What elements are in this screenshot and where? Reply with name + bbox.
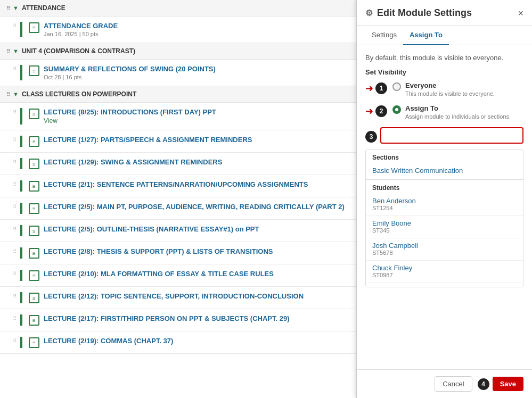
step-badge-3: 3	[365, 131, 377, 143]
item-meta-825: View	[44, 117, 349, 125]
item-title-212: LECTURE (2/12): TOPIC SENTENCE, SUPPORT,…	[44, 292, 349, 300]
item-title-129: LECTURE (1/29): SWING & ASSIGNMENT REMIN…	[44, 158, 349, 166]
item-title-swing: SUMMARY & REFLECTIONS OF SWING (20 POINT…	[44, 65, 349, 73]
section-attendance[interactable]: ⠿ ▼ ATTENDANCE	[0, 0, 356, 16]
item-title-25a: LECTURE (2/5): MAIN PT, PURPOSE, AUDIENC…	[44, 203, 349, 211]
item-meta-swing: Oct 28 | 16 pts	[44, 74, 349, 80]
item-title-217: LECTURE (2/17): FIRST/THIRD PERSON ON PP…	[44, 314, 349, 322]
radio-assign-to[interactable]	[392, 105, 401, 114]
item-lecture-25a[interactable]: ⠿ LECTURE (2/5): MAIN PT, PURPOSE, AUDIE…	[0, 197, 356, 220]
dropdown-item-basic-written[interactable]: Basic Written Communication	[366, 163, 523, 179]
section-lectures-label: CLASS LECTURES ON POWERPOINT	[22, 90, 136, 98]
item-summary-swing[interactable]: ⠿ SUMMARY & REFLECTIONS OF SWING (20 POI…	[0, 60, 356, 86]
section-unit4-label: UNIT 4 (COMPARISON & CONTRAST)	[22, 47, 135, 55]
dropdown-item-fiona-glennann[interactable]: Fiona Glennann ST4789	[366, 283, 523, 287]
modal-tabs: Settings Assign To	[357, 26, 532, 45]
modal-body: By default, this module is visible to ev…	[357, 45, 532, 369]
radio-everyone[interactable]	[392, 82, 401, 91]
dropdown-item-ben-anderson[interactable]: Ben Anderson ST1254	[366, 194, 523, 216]
item-icon-attendance	[29, 22, 39, 33]
student-id-josh: ST5678	[372, 250, 517, 256]
search-input[interactable]	[380, 127, 523, 144]
item-title-25b: LECTURE (2/5): OUTLINE-THESIS (NARRATIVE…	[44, 225, 349, 233]
step-badge-1: 1	[375, 82, 387, 94]
arrow-2: ➜	[365, 105, 373, 117]
tab-assign-to[interactable]: Assign To	[403, 26, 449, 45]
item-lecture-825[interactable]: ⠿ LECTURE (8/25): INTRODUCTIONS (FIRST D…	[0, 103, 356, 130]
toggle-attendance: ▼	[13, 5, 19, 11]
item-lecture-127[interactable]: ⠿ LECTURE (1/27): PARTS/SPEECH & ASSIGNM…	[0, 130, 356, 153]
cancel-button[interactable]: Cancel	[435, 376, 472, 392]
item-title-127: LECTURE (1/27): PARTS/SPEECH & ASSIGNMEN…	[44, 136, 349, 144]
radio-assign-to-label: Assign To	[405, 104, 511, 112]
modal-footer: Cancel 4 Save	[357, 369, 532, 398]
dropdown-item-emily-boone[interactable]: Emily Boone ST345	[366, 216, 523, 238]
item-lecture-210[interactable]: ⠿ LECTURE (2/10): MLA FORMATTING OF ESSA…	[0, 264, 356, 287]
close-button[interactable]: ×	[518, 9, 523, 18]
option-row-assign-to: ➜ 2 Assign To Assign module to individua…	[365, 104, 523, 120]
item-lecture-219[interactable]: ⠿ LECTURE (2/19): COMMAS (CHAPT. 37)	[0, 331, 356, 354]
item-title-21: LECTURE (2/1): SENTENCE PATTERNS/NARRATI…	[44, 180, 349, 188]
student-name-fiona: Fiona Glennann	[372, 286, 517, 287]
student-name-ben: Ben Anderson	[372, 197, 517, 205]
students-label: Students	[366, 180, 523, 194]
section-attendance-label: ATTENDANCE	[22, 4, 66, 12]
modal-title: ⚙ Edit Module Settings	[365, 7, 472, 19]
item-lecture-212[interactable]: ⠿ LECTURE (2/12): TOPIC SENTENCE, SUPPOR…	[0, 287, 356, 309]
radio-assign-to-desc: Assign module to individuals or sections…	[405, 113, 511, 120]
student-id-chuck: ST0987	[372, 272, 517, 278]
section-name-basic-written: Basic Written Communication	[372, 167, 517, 175]
item-title-210: LECTURE (2/10): MLA FORMATTING OF ESSAY …	[44, 270, 349, 278]
toggle-lectures: ▼	[13, 91, 19, 97]
dropdown-item-josh-campbell[interactable]: Josh Campbell ST5678	[366, 238, 523, 261]
section-unit4[interactable]: ⠿ ▼ UNIT 4 (COMPARISON & CONTRAST)	[0, 43, 356, 60]
item-lecture-129[interactable]: ⠿ LECTURE (1/29): SWING & ASSIGNMENT REM…	[0, 153, 356, 175]
radio-everyone-desc: This module is visible to everyone.	[405, 90, 495, 97]
modal-header: ⚙ Edit Module Settings ×	[357, 0, 532, 26]
dropdown-item-chuck-finley[interactable]: Chuck Finley ST0987	[366, 261, 523, 283]
drag-handle-unit4: ⠿	[6, 48, 10, 54]
set-visibility-label: Set Visibility	[365, 68, 523, 76]
edit-module-settings-panel: ⚙ Edit Module Settings × Settings Assign…	[356, 0, 532, 398]
arrow-1: ➜	[365, 82, 373, 94]
step-badge-2: 2	[375, 105, 387, 117]
student-id-ben: ST1254	[372, 205, 517, 211]
modal-title-text: Edit Module Settings	[377, 7, 472, 19]
visibility-description: By default, this module is visible to ev…	[365, 54, 523, 62]
item-meta-attendance: Jan 16, 2025 | 50 pts	[44, 31, 349, 37]
gear-icon: ⚙	[365, 8, 373, 18]
item-lecture-28[interactable]: ⠿ LECTURE (2/8): THESIS & SUPPORT (PPT) …	[0, 242, 356, 264]
student-name-chuck: Chuck Finley	[372, 264, 517, 272]
toggle-unit4: ▼	[13, 48, 19, 54]
green-bar-825	[20, 108, 22, 125]
dropdown-list: Sections Basic Written Communication Stu…	[365, 149, 523, 287]
item-lecture-25b[interactable]: ⠿ LECTURE (2/5): OUTLINE-THESIS (NARRATI…	[0, 220, 356, 242]
drag-handle-lectures: ⠿	[6, 92, 10, 97]
tab-settings[interactable]: Settings	[365, 26, 403, 45]
drag-handle-attendance: ⠿	[6, 5, 10, 11]
item-lecture-21[interactable]: ⠿ LECTURE (2/1): SENTENCE PATTERNS/NARRA…	[0, 175, 356, 197]
radio-everyone-label: Everyone	[405, 81, 495, 89]
step-badge-4: 4	[478, 378, 489, 390]
student-name-josh: Josh Campbell	[372, 242, 517, 250]
item-attendance-grade[interactable]: ⠿ ATTENDANCE GRADE Jan 16, 2025 | 50 pts	[0, 16, 356, 43]
left-panel: ⠿ ▼ ATTENDANCE ⠿ ATTENDANCE GRADE Jan 16…	[0, 0, 356, 398]
item-title-825: LECTURE (8/25): INTRODUCTIONS (FIRST DAY…	[44, 108, 349, 116]
item-title-28: LECTURE (2/8): THESIS & SUPPORT (PPT) & …	[44, 247, 349, 255]
item-title-attendance: ATTENDANCE GRADE	[44, 22, 349, 30]
view-link-825[interactable]: View	[44, 117, 58, 125]
item-icon-swing	[29, 65, 39, 76]
green-bar	[20, 22, 22, 37]
option-row-everyone: ➜ 1 Everyone This module is visible to e…	[365, 81, 523, 97]
item-title-219: LECTURE (2/19): COMMAS (CHAPT. 37)	[44, 337, 349, 345]
student-id-emily: ST345	[372, 227, 517, 234]
main-container: ⠿ ▼ ATTENDANCE ⠿ ATTENDANCE GRADE Jan 16…	[0, 0, 532, 398]
student-name-emily: Emily Boone	[372, 219, 517, 227]
item-icon-825	[29, 109, 39, 119]
sections-label: Sections	[366, 150, 523, 163]
save-button[interactable]: Save	[493, 377, 523, 391]
section-lectures[interactable]: ⠿ ▼ CLASS LECTURES ON POWERPOINT	[0, 86, 356, 103]
item-lecture-217[interactable]: ⠿ LECTURE (2/17): FIRST/THIRD PERSON ON …	[0, 309, 356, 331]
green-bar-swing	[20, 65, 22, 80]
